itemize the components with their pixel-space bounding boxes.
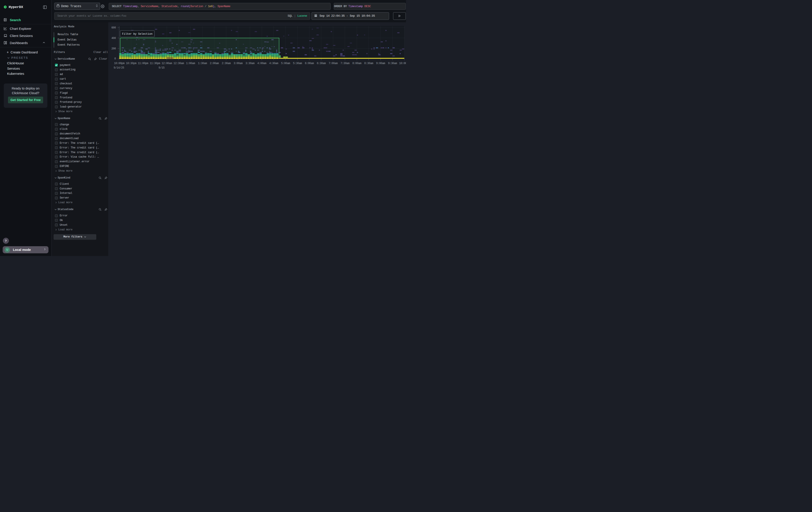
svg-text:1:00am: 1:00am (186, 62, 195, 65)
svg-text:4:30am: 4:30am (269, 62, 279, 65)
svg-text:2:00am: 2:00am (210, 62, 219, 65)
svg-text:11:30pm: 11:30pm (150, 62, 160, 65)
svg-text:7:30am: 7:30am (340, 62, 350, 65)
svg-text:400: 400 (111, 37, 116, 40)
svg-text:11:00pm: 11:00pm (138, 62, 148, 65)
svg-text:200: 200 (111, 47, 116, 50)
svg-text:3:30am: 3:30am (245, 62, 255, 65)
svg-text:Filter by Selection: Filter by Selection (122, 32, 152, 36)
svg-text:12:00am: 12:00am (162, 62, 172, 65)
svg-text:5:30am: 5:30am (293, 62, 302, 65)
svg-text:3:00am: 3:00am (233, 62, 242, 65)
svg-text:9:00am: 9:00am (376, 62, 385, 65)
svg-text:10:30pm: 10:30pm (126, 62, 136, 65)
svg-text:8:00am: 8:00am (352, 62, 361, 65)
svg-text:12:30am: 12:30am (173, 62, 184, 65)
svg-text:2:30am: 2:30am (222, 62, 231, 65)
svg-text:10:00am: 10:00am (399, 62, 406, 65)
svg-text:9/15: 9/15 (158, 66, 165, 70)
svg-text:9:30am: 9:30am (388, 62, 397, 65)
svg-text:9/14/25: 9/14/25 (114, 66, 124, 70)
svg-text:0: 0 (114, 57, 116, 60)
svg-text:600: 600 (111, 26, 116, 29)
svg-text:8:30am: 8:30am (364, 62, 373, 65)
svg-text:7:00am: 7:00am (329, 62, 338, 65)
svg-text:4:00am: 4:00am (257, 62, 266, 65)
svg-text:6:30am: 6:30am (317, 62, 326, 65)
svg-text:1:30am: 1:30am (198, 62, 207, 65)
svg-text:10:00pm: 10:00pm (114, 62, 124, 65)
svg-text:6:00am: 6:00am (305, 62, 314, 65)
svg-text:5:00am: 5:00am (281, 62, 290, 65)
